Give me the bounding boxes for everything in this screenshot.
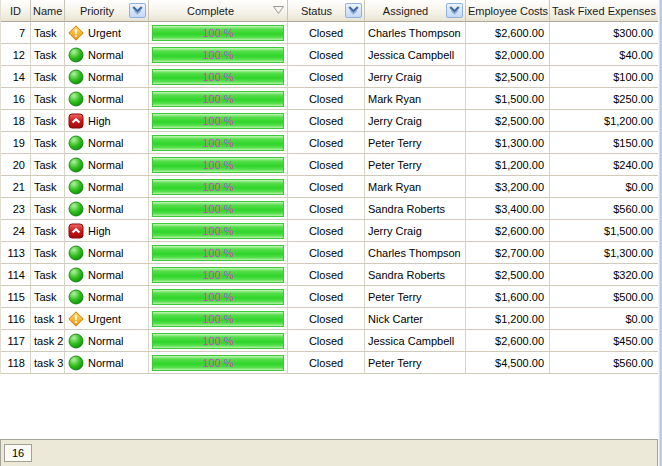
cell-employee-costs[interactable]: $2,600.00 bbox=[466, 330, 550, 352]
cell-assigned[interactable]: Nick Carter bbox=[365, 308, 466, 330]
cell-id[interactable]: 113 bbox=[1, 242, 31, 264]
cell-complete[interactable]: 100 % bbox=[149, 88, 288, 110]
cell-priority[interactable]: Normal bbox=[65, 198, 149, 220]
cell-employee-costs[interactable]: $3,400.00 bbox=[466, 198, 550, 220]
cell-complete[interactable]: 100 % bbox=[149, 308, 288, 330]
cell-complete[interactable]: 100 % bbox=[149, 220, 288, 242]
cell-name[interactable]: Task bbox=[31, 132, 65, 154]
cell-task-fixed-expenses[interactable]: $300.00 bbox=[550, 22, 659, 44]
cell-complete[interactable]: 100 % bbox=[149, 22, 288, 44]
cell-employee-costs[interactable]: $1,300.00 bbox=[466, 132, 550, 154]
cell-task-fixed-expenses[interactable]: $40.00 bbox=[550, 44, 659, 66]
cell-id[interactable]: 18 bbox=[1, 110, 31, 132]
cell-status[interactable]: Closed bbox=[288, 330, 365, 352]
cell-complete[interactable]: 100 % bbox=[149, 66, 288, 88]
cell-id[interactable]: 7 bbox=[1, 22, 31, 44]
cell-priority[interactable]: Normal bbox=[65, 88, 149, 110]
cell-name[interactable]: Task bbox=[31, 110, 65, 132]
cell-priority[interactable]: High bbox=[65, 220, 149, 242]
cell-status[interactable]: Closed bbox=[288, 44, 365, 66]
cell-priority[interactable]: Normal bbox=[65, 352, 149, 374]
cell-assigned[interactable]: Peter Terry bbox=[365, 154, 466, 176]
cell-status[interactable]: Closed bbox=[288, 154, 365, 176]
cell-priority[interactable]: High bbox=[65, 110, 149, 132]
cell-task-fixed-expenses[interactable]: $320.00 bbox=[550, 264, 659, 286]
cell-status[interactable]: Closed bbox=[288, 352, 365, 374]
cell-complete[interactable]: 100 % bbox=[149, 330, 288, 352]
cell-task-fixed-expenses[interactable]: $240.00 bbox=[550, 154, 659, 176]
cell-employee-costs[interactable]: $1,600.00 bbox=[466, 286, 550, 308]
cell-id[interactable]: 16 bbox=[1, 88, 31, 110]
column-header-status[interactable]: Status bbox=[288, 0, 365, 22]
cell-complete[interactable]: 100 % bbox=[149, 176, 288, 198]
cell-status[interactable]: Closed bbox=[288, 88, 365, 110]
filter-dropdown-button[interactable] bbox=[446, 3, 463, 18]
cell-priority[interactable]: Normal bbox=[65, 286, 149, 308]
cell-employee-costs[interactable]: $2,000.00 bbox=[466, 44, 550, 66]
cell-priority[interactable]: Normal bbox=[65, 66, 149, 88]
cell-priority[interactable]: Normal bbox=[65, 132, 149, 154]
cell-assigned[interactable]: Charles Thompson bbox=[365, 22, 466, 44]
cell-id[interactable]: 12 bbox=[1, 44, 31, 66]
record-count-input[interactable]: 16 bbox=[4, 444, 32, 462]
cell-assigned[interactable]: Sandra Roberts bbox=[365, 264, 466, 286]
cell-complete[interactable]: 100 % bbox=[149, 44, 288, 66]
cell-assigned[interactable]: Jerry Craig bbox=[365, 220, 466, 242]
cell-name[interactable]: Task bbox=[31, 22, 65, 44]
cell-task-fixed-expenses[interactable]: $450.00 bbox=[550, 330, 659, 352]
cell-task-fixed-expenses[interactable]: $0.00 bbox=[550, 176, 659, 198]
cell-complete[interactable]: 100 % bbox=[149, 286, 288, 308]
cell-complete[interactable]: 100 % bbox=[149, 352, 288, 374]
cell-id[interactable]: 24 bbox=[1, 220, 31, 242]
cell-assigned[interactable]: Charles Thompson bbox=[365, 242, 466, 264]
cell-assigned[interactable]: Jessica Campbell bbox=[365, 330, 466, 352]
cell-task-fixed-expenses[interactable]: $250.00 bbox=[550, 88, 659, 110]
cell-status[interactable]: Closed bbox=[288, 22, 365, 44]
cell-priority[interactable]: Normal bbox=[65, 330, 149, 352]
cell-task-fixed-expenses[interactable]: $560.00 bbox=[550, 352, 659, 374]
cell-name[interactable]: Task bbox=[31, 242, 65, 264]
filter-dropdown-button[interactable] bbox=[345, 3, 362, 18]
cell-status[interactable]: Closed bbox=[288, 264, 365, 286]
cell-assigned[interactable]: Sandra Roberts bbox=[365, 198, 466, 220]
cell-priority[interactable]: Normal bbox=[65, 264, 149, 286]
cell-complete[interactable]: 100 % bbox=[149, 198, 288, 220]
cell-status[interactable]: Closed bbox=[288, 132, 365, 154]
column-header-assigned[interactable]: Assigned bbox=[365, 0, 466, 22]
cell-id[interactable]: 14 bbox=[1, 66, 31, 88]
cell-employee-costs[interactable]: $4,500.00 bbox=[466, 352, 550, 374]
cell-name[interactable]: Task bbox=[31, 220, 65, 242]
cell-status[interactable]: Closed bbox=[288, 242, 365, 264]
cell-employee-costs[interactable]: $2,700.00 bbox=[466, 242, 550, 264]
filter-funnel-icon[interactable] bbox=[272, 5, 285, 16]
cell-priority[interactable]: !Urgent bbox=[65, 308, 149, 330]
cell-priority[interactable]: Normal bbox=[65, 176, 149, 198]
cell-employee-costs[interactable]: $2,600.00 bbox=[466, 22, 550, 44]
cell-employee-costs[interactable]: $2,500.00 bbox=[466, 66, 550, 88]
cell-name[interactable]: task 2 bbox=[31, 330, 65, 352]
cell-id[interactable]: 116 bbox=[1, 308, 31, 330]
cell-assigned[interactable]: Jerry Craig bbox=[365, 66, 466, 88]
cell-task-fixed-expenses[interactable]: $560.00 bbox=[550, 198, 659, 220]
cell-task-fixed-expenses[interactable]: $1,300.00 bbox=[550, 242, 659, 264]
cell-id[interactable]: 23 bbox=[1, 198, 31, 220]
cell-assigned[interactable]: Mark Ryan bbox=[365, 88, 466, 110]
cell-assigned[interactable]: Peter Terry bbox=[365, 286, 466, 308]
cell-name[interactable]: Task bbox=[31, 198, 65, 220]
cell-assigned[interactable]: Mark Ryan bbox=[365, 176, 466, 198]
cell-complete[interactable]: 100 % bbox=[149, 132, 288, 154]
column-header-employee-costs[interactable]: Employee Costs bbox=[466, 0, 550, 22]
cell-id[interactable]: 118 bbox=[1, 352, 31, 374]
column-header-priority[interactable]: Priority bbox=[65, 0, 149, 22]
cell-employee-costs[interactable]: $1,200.00 bbox=[466, 154, 550, 176]
cell-task-fixed-expenses[interactable]: $500.00 bbox=[550, 286, 659, 308]
cell-employee-costs[interactable]: $3,200.00 bbox=[466, 176, 550, 198]
cell-task-fixed-expenses[interactable]: $1,200.00 bbox=[550, 110, 659, 132]
cell-id[interactable]: 19 bbox=[1, 132, 31, 154]
cell-id[interactable]: 20 bbox=[1, 154, 31, 176]
cell-status[interactable]: Closed bbox=[288, 66, 365, 88]
cell-name[interactable]: Task bbox=[31, 176, 65, 198]
cell-priority[interactable]: !Urgent bbox=[65, 22, 149, 44]
cell-assigned[interactable]: Jessica Campbell bbox=[365, 44, 466, 66]
cell-priority[interactable]: Normal bbox=[65, 44, 149, 66]
